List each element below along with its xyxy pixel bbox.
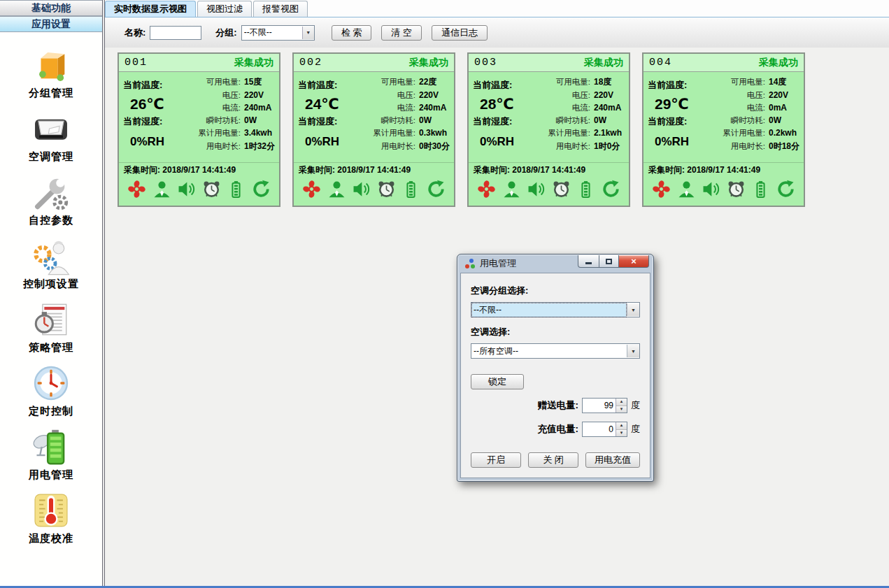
speaker-icon[interactable] bbox=[702, 180, 720, 201]
refresh-icon[interactable] bbox=[252, 180, 271, 201]
maximize-button[interactable] bbox=[599, 255, 619, 268]
tab-view-filter[interactable]: 视图过滤 bbox=[197, 1, 252, 17]
comm-log-button[interactable]: 通信日志 bbox=[432, 25, 488, 41]
alarm-clock-icon[interactable] bbox=[202, 180, 221, 201]
gift-power-unit: 度 bbox=[631, 399, 640, 412]
device-card-body: 当前温度: 26℃ 当前湿度: 0%RH 可用电量:15度 电压:220V 电流… bbox=[119, 72, 279, 162]
fan-icon[interactable] bbox=[127, 180, 146, 201]
battery-icon[interactable] bbox=[227, 180, 246, 201]
group-select[interactable]: --不限-- ▼ bbox=[241, 25, 315, 41]
open-button[interactable]: 开启 bbox=[471, 452, 521, 468]
humidity-value: 0%RH bbox=[305, 135, 362, 149]
power-recharge-button[interactable]: 用电充值 bbox=[585, 452, 640, 468]
device-card-actions bbox=[119, 178, 279, 206]
field-label: 累计用电量: bbox=[362, 128, 415, 138]
temp-label: 当前温度: bbox=[473, 79, 537, 92]
sidebar-item-power-management[interactable]: 用电管理 bbox=[0, 422, 102, 486]
sidebar-item-label: 策略管理 bbox=[29, 341, 73, 354]
sidebar-item-ac-management[interactable]: 空调管理 bbox=[0, 104, 102, 168]
close-icon[interactable]: × bbox=[619, 255, 649, 268]
sidebar-item-label: 空调管理 bbox=[29, 150, 73, 164]
spin-down-icon[interactable]: ▼ bbox=[616, 430, 627, 437]
speaker-icon[interactable] bbox=[527, 180, 546, 201]
device-card: 004 采集成功 当前温度: 29℃ 当前湿度: 0%RH 可用电量: bbox=[642, 52, 805, 207]
gift-power-stepper: ▲ ▼ bbox=[582, 398, 627, 413]
battery-icon[interactable] bbox=[576, 180, 595, 201]
tab-realtime-data-view[interactable]: 实时数据显示视图 bbox=[105, 1, 196, 17]
user-icon[interactable] bbox=[677, 180, 696, 201]
sidebar-item-label: 分组管理 bbox=[29, 87, 73, 100]
clear-button[interactable]: 清 空 bbox=[381, 25, 422, 41]
refresh-icon[interactable] bbox=[602, 180, 620, 201]
refresh-icon[interactable] bbox=[776, 180, 795, 201]
field-value: 0时30分 bbox=[419, 141, 450, 152]
sidebar-item-label: 自控参数 bbox=[29, 214, 73, 227]
battery-icon[interactable] bbox=[751, 180, 770, 201]
sidebar-item-temp-calibration[interactable]: 温度校准 bbox=[0, 486, 102, 550]
sidebar-item-control-item-settings[interactable]: 控制项设置 bbox=[0, 231, 102, 295]
spin-down-icon[interactable]: ▼ bbox=[616, 406, 627, 413]
fan-icon[interactable] bbox=[652, 180, 671, 201]
gears-person-icon bbox=[31, 236, 71, 276]
refresh-icon[interactable] bbox=[427, 180, 446, 201]
search-toolbar: 名称: 分组: --不限-- ▼ 检 索 清 空 通信日志 bbox=[105, 17, 889, 48]
tab-alarm-view[interactable]: 报警视图 bbox=[253, 1, 308, 17]
chevron-down-icon[interactable]: ▼ bbox=[627, 303, 639, 316]
speaker-icon[interactable] bbox=[177, 180, 196, 201]
field-label: 用电时长: bbox=[537, 141, 590, 152]
sidebar-item-timer-control[interactable]: 定时控制 bbox=[0, 359, 102, 422]
collect-status: 采集成功 bbox=[409, 57, 448, 69]
minimize-button[interactable] bbox=[578, 255, 599, 268]
speaker-icon[interactable] bbox=[352, 180, 371, 201]
alarm-clock-icon[interactable] bbox=[552, 180, 571, 201]
device-card-header: 004 采集成功 bbox=[643, 54, 804, 72]
dialog-titlebar[interactable]: 用电管理 × bbox=[460, 254, 650, 273]
sidebar-item-label: 定时控制 bbox=[29, 405, 73, 418]
fan-icon[interactable] bbox=[477, 180, 496, 201]
close-button[interactable]: 关 闭 bbox=[528, 452, 578, 468]
chevron-down-icon[interactable]: ▼ bbox=[627, 345, 639, 357]
search-button[interactable]: 检 索 bbox=[332, 25, 372, 41]
sidebar-item-strategy-management[interactable]: 策略管理 bbox=[0, 295, 102, 359]
device-id: 004 bbox=[649, 57, 672, 69]
humidity-value: 0%RH bbox=[130, 135, 187, 149]
temp-label: 当前温度: bbox=[648, 79, 712, 92]
alarm-clock-icon[interactable] bbox=[727, 180, 746, 201]
device-id: 001 bbox=[125, 57, 148, 69]
tab-bar: 实时数据显示视图 视图过滤 报警视图 bbox=[105, 0, 889, 17]
field-value: 22度 bbox=[419, 76, 436, 88]
lock-button[interactable]: 锁定 bbox=[471, 374, 524, 389]
user-icon[interactable] bbox=[502, 180, 521, 201]
field-value: 18度 bbox=[594, 76, 611, 88]
spin-up-icon[interactable]: ▲ bbox=[616, 399, 627, 406]
gift-power-input[interactable] bbox=[583, 399, 616, 413]
device-card-header: 002 采集成功 bbox=[294, 54, 454, 72]
accordion-app-settings[interactable]: 应用设置 bbox=[0, 16, 102, 32]
user-icon[interactable] bbox=[152, 180, 171, 201]
spin-up-icon[interactable]: ▲ bbox=[616, 422, 627, 430]
group-select-value: --不限-- bbox=[244, 27, 272, 38]
user-icon[interactable] bbox=[327, 180, 346, 201]
field-value: 1时0分 bbox=[594, 141, 620, 152]
field-label: 瞬时功耗: bbox=[187, 115, 241, 126]
sidebar-item-auto-control-params[interactable]: 自控参数 bbox=[0, 168, 102, 231]
device-card-actions bbox=[294, 178, 454, 206]
fan-icon[interactable] bbox=[302, 180, 321, 201]
collect-time: 采集时间: 2018/9/17 14:41:49 bbox=[643, 162, 804, 178]
battery-icon[interactable] bbox=[401, 180, 420, 201]
sidebar-item-label: 控制项设置 bbox=[23, 278, 79, 291]
recharge-power-input[interactable] bbox=[583, 422, 616, 436]
sidebar-items: 分组管理 空调管理 bbox=[0, 32, 102, 550]
recharge-power-row: 充值电量: ▲ ▼ 度 bbox=[471, 422, 640, 437]
accordion-basic-functions[interactable]: 基础功能 bbox=[0, 0, 102, 16]
temp-value: 29℃ bbox=[655, 96, 712, 113]
name-input[interactable] bbox=[150, 26, 201, 40]
field-value: 240mA bbox=[244, 103, 271, 113]
ac-group-select[interactable]: --不限-- ▼ bbox=[471, 302, 640, 317]
alarm-clock-icon[interactable] bbox=[377, 180, 396, 201]
field-value: 2.1kwh bbox=[594, 128, 622, 138]
sidebar-item-group-management[interactable]: 分组管理 bbox=[0, 41, 102, 104]
thermometer-icon bbox=[31, 490, 71, 531]
field-value: 220V bbox=[769, 90, 788, 100]
ac-select[interactable]: --所有空调-- ▼ bbox=[471, 343, 640, 359]
